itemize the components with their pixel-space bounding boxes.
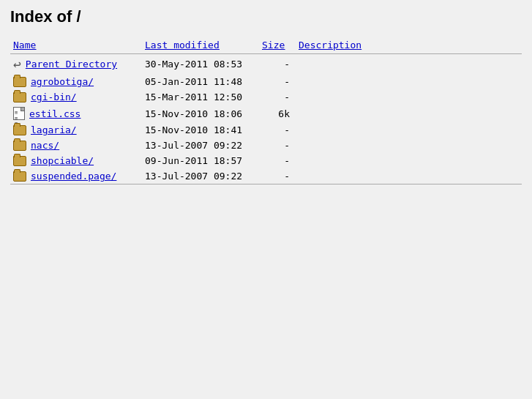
file-description bbox=[296, 54, 522, 75]
file-icon-cell: lagaria/ bbox=[10, 122, 142, 138]
file-link[interactable]: estil.css bbox=[29, 108, 80, 119]
file-size: - bbox=[259, 122, 296, 138]
table-row: ≡≡≡ estil.css15-Nov-2010 18:066k bbox=[10, 105, 522, 122]
folder-icon bbox=[13, 92, 26, 102]
file-link[interactable]: lagaria/ bbox=[31, 124, 77, 135]
file-link[interactable]: cgi-bin/ bbox=[31, 92, 77, 102]
folder-icon bbox=[13, 77, 26, 87]
col-header-size[interactable]: Size bbox=[259, 38, 296, 54]
table-row: ↩ Parent Directory30-May-2011 08:53- bbox=[10, 54, 522, 75]
modified-date: 09-Jun-2011 18:57 bbox=[142, 153, 259, 168]
file-icon-cell: nacs/ bbox=[10, 138, 142, 153]
file-icon-cell: agrobotiga/ bbox=[10, 74, 142, 89]
file-icon-cell: cgi-bin/ bbox=[10, 89, 142, 105]
table-row: cgi-bin/15-Mar-2011 12:50- bbox=[10, 89, 522, 105]
file-description bbox=[296, 138, 522, 153]
file-link[interactable]: shopciable/ bbox=[31, 155, 94, 166]
file-description bbox=[296, 89, 522, 105]
modified-date: 15-Nov-2010 18:41 bbox=[142, 122, 259, 138]
file-icon-cell: suspended.page/ bbox=[10, 168, 142, 184]
page-heading: Index of / bbox=[10, 7, 522, 26]
file-size: - bbox=[259, 168, 296, 184]
sort-by-size-link[interactable]: Size bbox=[262, 40, 285, 51]
table-row: nacs/13-Jul-2007 09:22- bbox=[10, 138, 522, 153]
table-row: agrobotiga/05-Jan-2011 11:48- bbox=[10, 74, 522, 89]
folder-icon bbox=[13, 141, 26, 151]
sort-by-desc-link[interactable]: Description bbox=[299, 40, 361, 51]
table-row: lagaria/15-Nov-2010 18:41- bbox=[10, 122, 522, 138]
file-size: - bbox=[259, 138, 296, 153]
sort-by-name-link[interactable]: Name bbox=[13, 40, 36, 51]
file-size: - bbox=[259, 89, 296, 105]
sort-by-modified-link[interactable]: Last modified bbox=[145, 40, 220, 51]
file-description bbox=[296, 74, 522, 89]
file-icon: ≡≡≡ bbox=[13, 107, 25, 120]
file-size: - bbox=[259, 54, 296, 75]
file-size: - bbox=[259, 74, 296, 89]
modified-date: 15-Nov-2010 18:06 bbox=[142, 105, 259, 122]
folder-icon bbox=[13, 171, 26, 182]
file-link[interactable]: suspended.page/ bbox=[31, 171, 116, 182]
table-row: suspended.page/13-Jul-2007 09:22- bbox=[10, 168, 522, 184]
folder-icon bbox=[13, 125, 26, 135]
file-icon-cell: ↩ Parent Directory bbox=[10, 54, 142, 74]
modified-date: 30-May-2011 08:53 bbox=[142, 54, 259, 75]
folder-icon bbox=[13, 156, 26, 166]
file-listing-table: Name Last modified Size Description ↩ Pa… bbox=[10, 38, 522, 184]
file-size: 6k bbox=[259, 105, 296, 122]
file-description bbox=[296, 122, 522, 138]
file-description bbox=[296, 153, 522, 168]
file-size: - bbox=[259, 153, 296, 168]
file-link[interactable]: Parent Directory bbox=[26, 59, 117, 70]
col-header-name[interactable]: Name bbox=[10, 38, 142, 54]
modified-date: 13-Jul-2007 09:22 bbox=[142, 168, 259, 184]
col-header-description[interactable]: Description bbox=[296, 38, 522, 54]
col-header-modified[interactable]: Last modified bbox=[142, 38, 259, 54]
file-icon-cell: ≡≡≡ estil.css bbox=[10, 105, 142, 122]
modified-date: 13-Jul-2007 09:22 bbox=[142, 138, 259, 153]
file-icon-cell: shopciable/ bbox=[10, 153, 142, 168]
table-row: shopciable/09-Jun-2011 18:57- bbox=[10, 153, 522, 168]
modified-date: 05-Jan-2011 11:48 bbox=[142, 74, 259, 89]
modified-date: 15-Mar-2011 12:50 bbox=[142, 89, 259, 105]
file-description bbox=[296, 105, 522, 122]
parent-dir-icon: ↩ bbox=[13, 56, 21, 72]
file-link[interactable]: agrobotiga/ bbox=[31, 76, 94, 87]
file-description bbox=[296, 168, 522, 184]
file-link[interactable]: nacs/ bbox=[31, 140, 59, 151]
